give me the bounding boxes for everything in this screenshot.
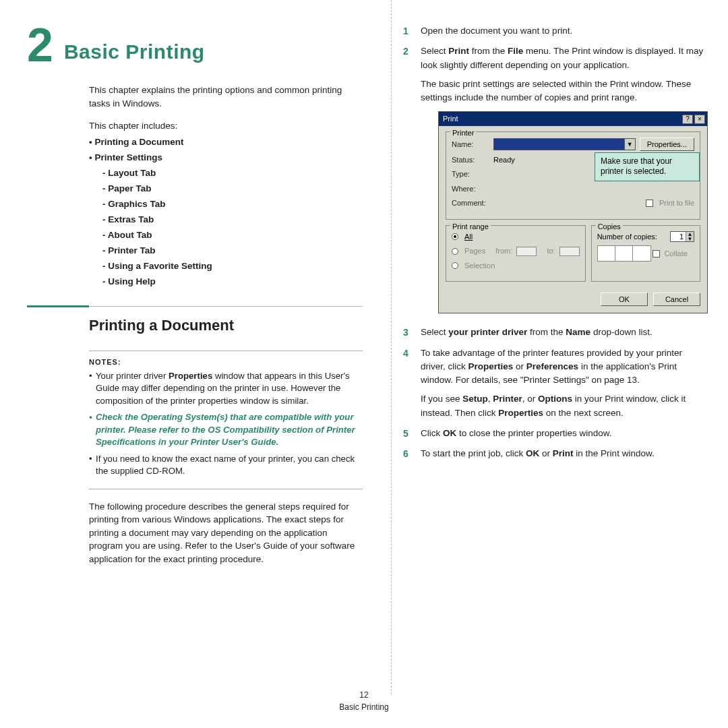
toc-item[interactable]: Printing a Document — [94, 137, 183, 147]
where-label: Where: — [452, 183, 489, 195]
column-divider — [391, 0, 392, 694]
collate-checkbox[interactable] — [653, 250, 660, 257]
intro-paragraph: This chapter explains the printing optio… — [89, 84, 363, 110]
name-label: Name: — [452, 139, 489, 150]
toc-subitem[interactable]: Using Help — [108, 276, 156, 286]
ok-button[interactable]: OK — [601, 293, 648, 306]
step-4: 4 To take advantage of the printer featu… — [403, 346, 708, 420]
type-label: Type: — [452, 169, 489, 180]
step-5: 5 Click OK to close the printer properti… — [403, 427, 708, 440]
properties-button[interactable]: Properties... — [640, 138, 694, 151]
comment-label: Comment: — [452, 198, 489, 209]
dialog-title: Print — [443, 113, 681, 125]
notes-box: NOTES: Your printer driver Properties wi… — [89, 351, 363, 489]
note-item: If you need to know the exact name of yo… — [89, 453, 363, 478]
all-label: All — [464, 231, 473, 243]
radio-selection[interactable] — [452, 262, 458, 269]
chevron-down-icon: ▼ — [624, 139, 635, 150]
note-item-em: Check the Operating System(s) that are c… — [89, 411, 363, 448]
step-6: 6 To start the print job, click OK or Pr… — [403, 447, 708, 460]
pages-label: Pages — [464, 245, 485, 257]
step-1: 1Open the document you want to print. — [403, 24, 708, 38]
chapter-title: Basic Printing — [64, 40, 205, 69]
includes-label: This chapter includes: — [89, 119, 363, 133]
print-dialog: Print ? × Printer Make sure that your pr… — [438, 111, 708, 313]
print-to-file-checkbox[interactable] — [646, 200, 653, 207]
from-label: from: — [495, 245, 512, 257]
chapter-header: 2 Basic Printing — [27, 22, 363, 69]
printer-name-dropdown[interactable]: ▼ — [493, 138, 636, 150]
section-rule — [27, 305, 363, 307]
collate-label: Collate — [665, 248, 688, 260]
toc-subitem[interactable]: Using a Favorite Setting — [108, 261, 212, 271]
collate-icon — [597, 245, 616, 262]
from-input[interactable] — [516, 247, 537, 256]
toc-subitem[interactable]: Layout Tab — [108, 168, 156, 178]
footer-label: Basic Printing — [0, 701, 728, 713]
printer-group-label: Printer — [450, 127, 476, 139]
status-label: Status: — [452, 154, 489, 166]
toc-item[interactable]: Printer Settings — [94, 152, 162, 162]
radio-all[interactable] — [452, 233, 458, 240]
toc-subitem[interactable]: About Tab — [108, 230, 152, 240]
notes-label: NOTES: — [89, 358, 363, 366]
status-value: Ready — [493, 154, 515, 166]
step-3: 3 Select your printer driver from the Na… — [403, 326, 708, 339]
note-item: Your printer driver Properties window th… — [89, 370, 363, 407]
toc-subitem[interactable]: Extras Tab — [108, 214, 154, 224]
toc-subitem[interactable]: Paper Tab — [108, 183, 151, 193]
toc-subitem[interactable]: Printer Tab — [108, 245, 155, 255]
dialog-titlebar: Print ? × — [439, 112, 707, 126]
close-button[interactable]: × — [694, 115, 705, 124]
body-paragraph: The following procedure describes the ge… — [89, 500, 363, 566]
help-button[interactable]: ? — [682, 115, 693, 124]
num-copies-label: Number of copies: — [597, 231, 657, 243]
radio-pages[interactable] — [452, 248, 458, 255]
toc-subitem[interactable]: Graphics Tab — [108, 199, 165, 209]
collate-icon — [632, 245, 651, 262]
range-group-label: Print range — [450, 221, 491, 233]
section-title: Printing a Document — [89, 317, 363, 334]
callout-tooltip: Make sure that your printer is selected. — [595, 152, 700, 181]
page-number: 12 — [0, 689, 728, 701]
to-label: to: — [547, 245, 555, 257]
page-footer: 12 Basic Printing — [0, 689, 728, 713]
selection-label: Selection — [464, 260, 495, 272]
to-input[interactable] — [559, 247, 580, 256]
copies-spinner[interactable]: 1 ▲▼ — [670, 231, 694, 242]
print-to-file-label: Print to file — [659, 198, 694, 209]
chapter-toc: Printing a Document Printer Settings Lay… — [89, 137, 363, 286]
copies-group-label: Copies — [596, 221, 623, 233]
collate-icon — [615, 245, 634, 262]
chapter-number: 2 — [27, 22, 52, 69]
cancel-button[interactable]: Cancel — [653, 293, 700, 306]
step-2: 2 Select Print from the File menu. The P… — [403, 44, 708, 313]
